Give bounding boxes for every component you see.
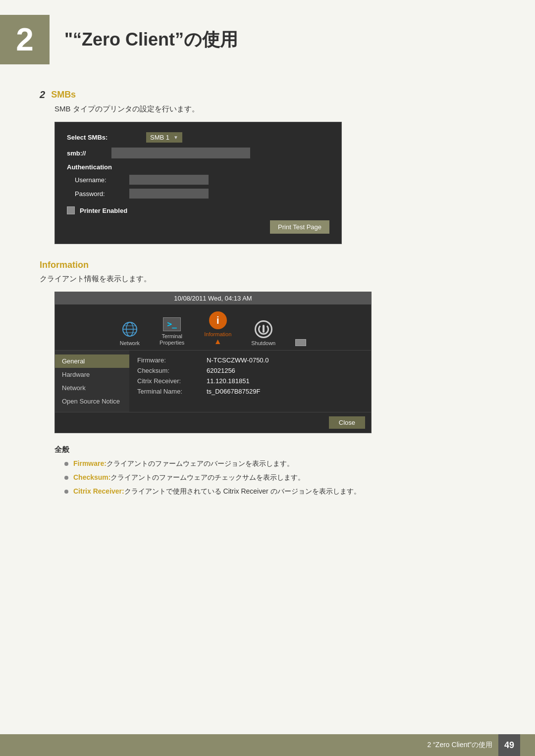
nav-terminal[interactable]: >_ TerminalProperties [160, 317, 184, 346]
nav-shutdown-label: Shutdown [251, 340, 275, 346]
smb-password-label: Password: [75, 190, 129, 198]
bullet-dot [64, 490, 68, 494]
page-footer: 2 “Zero Client”の使用 49 [0, 734, 535, 756]
info-row-citrix: Citrix Receiver: 11.120.181851 [137, 377, 363, 385]
network-icon [121, 320, 139, 338]
chapter-number: 2 [0, 15, 50, 64]
bullet-dot [64, 476, 68, 480]
chapter-title: "“Zero Client”の使用 [64, 28, 238, 52]
printer-enabled-row: Printer Enabled [67, 206, 329, 214]
list-item-firmware: Firmware:クライアントのファームウェアのバージョンを表示します。 [64, 459, 495, 468]
information-heading: Information [40, 260, 495, 270]
smbs-section-desc: SMB タイプのプリンタの設定を行います。 [40, 104, 495, 114]
sidebar-item-hardware[interactable]: Hardware [55, 368, 129, 381]
list-item-checksum: Checksum:クライアントのファームウェアのチェックサムを表示します。 [64, 473, 495, 482]
information-desc: クライアント情報を表示します。 [40, 274, 495, 284]
info-dialog-body: General Hardware Network Open Source Not… [55, 351, 371, 412]
info-sidebar: General Hardware Network Open Source Not… [55, 351, 129, 412]
info-row-terminal-name: Terminal Name: ts_D0667B87529F [137, 388, 363, 395]
page-number: 49 [498, 734, 520, 756]
footer-text: 2 “Zero Client”の使用 [428, 741, 492, 750]
printer-enabled-checkbox[interactable] [67, 206, 75, 214]
sidebar-item-network[interactable]: Network [55, 381, 129, 395]
information-icon: i [209, 311, 227, 329]
nav-network[interactable]: Network [120, 320, 140, 346]
zenhan-heading: 全般 [54, 445, 495, 454]
print-test-page-button[interactable]: Print Test Page [270, 220, 329, 234]
smb-username-row: Username: [67, 175, 329, 185]
info-content-area: Firmware: N-TCSCZWW-0750.0 Checksum: 620… [129, 351, 371, 412]
smb-path-row: smb:// [67, 148, 329, 158]
nav-extra [295, 339, 306, 346]
smb-select-dropdown[interactable]: SMB 1 ▼ [146, 132, 182, 143]
close-button[interactable]: Close [329, 416, 365, 429]
main-content: 2 SMBs SMB タイプのプリンタの設定を行います。 Select SMBs… [0, 89, 535, 541]
info-dialog-footer: Close [55, 412, 371, 433]
smb-path-input[interactable] [111, 148, 250, 158]
sidebar-item-general[interactable]: General [55, 354, 129, 368]
nav-shutdown[interactable]: Shutdown [251, 320, 275, 346]
info-dialog-topbar: 10/08/2011 Wed, 04:13 AM [55, 292, 371, 304]
nav-information-label: Information [204, 331, 231, 337]
nav-network-label: Network [120, 340, 140, 346]
smb-username-label: Username: [75, 176, 129, 184]
info-dialog: 10/08/2011 Wed, 04:13 AM Network >_ [54, 292, 372, 433]
smb-select-row: Select SMBs: SMB 1 ▼ [67, 132, 329, 143]
smb-password-row: Password: [67, 189, 329, 199]
nav-information[interactable]: i Information ▲ [204, 311, 231, 346]
list-item-citrix: Citrix Receiver:クライアントで使用されている Citrix Re… [64, 487, 495, 496]
bullet-list: Firmware:クライアントのファームウェアのバージョンを表示します。 Che… [40, 459, 495, 496]
printer-enabled-label: Printer Enabled [80, 207, 127, 214]
active-indicator: ▲ [214, 337, 222, 346]
smb-password-input[interactable] [129, 189, 209, 199]
shutdown-icon [255, 320, 272, 338]
smb-footer: Print Test Page [67, 220, 329, 234]
smb-select-label: Select SMBs: [67, 134, 146, 141]
smb-dialog: Select SMBs: SMB 1 ▼ smb:// Authenticati… [54, 122, 342, 244]
smbs-section-heading: 2 SMBs [40, 89, 495, 101]
extra-icon [295, 339, 306, 346]
info-table: Firmware: N-TCSCZWW-0750.0 Checksum: 620… [137, 356, 363, 395]
bullet-dot [64, 462, 68, 466]
smb-path-label: smb:// [67, 150, 111, 157]
nav-terminal-label: TerminalProperties [160, 333, 184, 346]
info-row-checksum: Checksum: 62021256 [137, 367, 363, 374]
sidebar-item-opensource[interactable]: Open Source Notice [55, 395, 129, 408]
info-dialog-nav: Network >_ TerminalProperties i Informat… [55, 304, 371, 351]
terminal-icon: >_ [163, 317, 181, 331]
chevron-down-icon: ▼ [173, 135, 178, 140]
smb-username-input[interactable] [129, 175, 209, 185]
chapter-header: 2 "“Zero Client”の使用 [0, 0, 535, 74]
smb-auth-heading: Authentication [67, 163, 329, 171]
info-row-firmware: Firmware: N-TCSCZWW-0750.0 [137, 356, 363, 364]
